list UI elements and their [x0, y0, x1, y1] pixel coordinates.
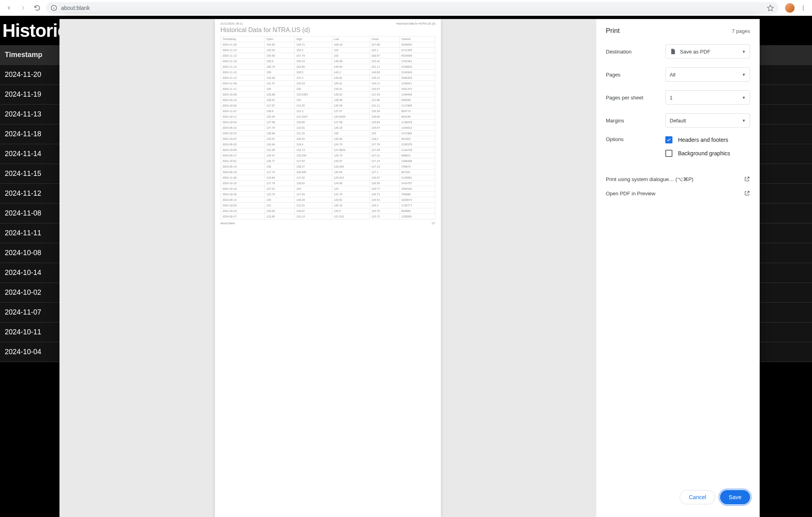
preview-row: 2024-10-10126.02128.07124.5125.75892866 [221, 208, 435, 214]
url-text: about:blank [61, 5, 90, 11]
preview-row: 2024-09-18127.74130.465126.69127.1867321 [221, 170, 435, 175]
preview-row: 2024-09-13125128.28124.81126.511020673 [221, 197, 435, 203]
print-dialog-title: Print [606, 27, 620, 35]
preview-row: 2024-11-14160.79162.05149.84151.11270802… [221, 64, 435, 70]
preview-row: 2024-10-14130.01133128.58131.86590390 [221, 97, 435, 103]
margins-label: Margins [606, 118, 665, 124]
destination-label: Destination [606, 49, 665, 55]
browser-menu-icon[interactable] [798, 5, 809, 11]
bookmark-star-icon[interactable] [767, 4, 774, 11]
preview-row: 2024-11-08131.37134.33129.41134.11122891… [221, 81, 435, 86]
cancel-button-label: Cancel [689, 494, 706, 500]
back-button[interactable] [3, 2, 14, 13]
options-label: Options [606, 136, 665, 142]
preview-row: 2024-10-15130.88131.251281291471882 [221, 131, 435, 136]
svg-point-4 [803, 7, 804, 8]
profile-avatar[interactable] [785, 3, 795, 13]
preview-title: Historical Data for NTRA.US (d) [220, 27, 435, 34]
preview-page: 21/11/2024, 09:11 Historical Data for NT… [215, 19, 441, 517]
site-info-icon[interactable] [51, 5, 57, 11]
margins-value: Default [670, 118, 686, 124]
preview-row: 2024-10-01126.77127.52124.07127.19136828… [221, 158, 435, 164]
preview-row: 2024-11-13155.56167.79152160.974524099 [221, 53, 435, 59]
browser-toolbar: about:blank [0, 0, 812, 16]
destination-dropdown[interactable]: Save as PDF ▼ [665, 44, 750, 59]
external-link-icon [744, 190, 750, 196]
background-graphics-checkbox[interactable] [665, 150, 672, 157]
pages-dropdown[interactable]: All ▼ [665, 67, 750, 82]
preview-header-title: Historical Data for NTRA.US (d) [396, 22, 435, 25]
preview-row: 2024-11-15150150.5143.2146.062242843 [221, 70, 435, 75]
preview-row: 2024-09-17129.47130.255125.73127.2190801… [221, 153, 435, 158]
preview-row: 2024-09-20126.49128.4124.79127.782190370 [221, 142, 435, 147]
open-pdf-preview-label: Open PDF in Preview [606, 191, 655, 196]
preview-table: TimestampOpenHighLowCloseVolume 2024-11-… [220, 36, 435, 219]
preview-row: 2024-10-30122.79127.49122.79126.73795088 [221, 192, 435, 197]
preview-header-cell: Close [370, 36, 399, 42]
preview-row: 2024-11-18150.6155.23148.58153.421761561 [221, 59, 435, 64]
pages-value: All [670, 72, 675, 78]
preview-row: 2024-10-03131131.01126.16126.31135777 [221, 203, 435, 208]
margins-dropdown[interactable]: Default ▼ [665, 113, 750, 128]
preview-row: 2024-10-04127.58130.85127.58129.84113822… [221, 120, 435, 125]
external-link-icon [744, 176, 750, 182]
chevron-down-icon: ▼ [742, 50, 746, 54]
pdf-file-icon [670, 48, 676, 55]
chevron-down-icon: ▼ [742, 118, 746, 123]
preview-footer-url: about:blank [220, 222, 235, 225]
headers-footers-label: Headers and footers [678, 137, 728, 143]
preview-header-cell: High [295, 36, 332, 42]
destination-value: Save as PDF [680, 49, 710, 55]
open-pdf-preview-link[interactable]: Open PDF in Preview [606, 186, 750, 200]
print-settings-pane: Print 7 pages Destination Save as PDF ▼ … [596, 19, 760, 517]
address-bar[interactable]: about:blank [46, 2, 779, 14]
preview-row: 2024-11-06124.84127.02123.615126.9711499… [221, 175, 435, 181]
preview-row: 2024-10-16127.51129123126.771094102 [221, 186, 435, 192]
page-count: 7 pages [732, 28, 750, 34]
preview-header-cell: Timestamp [221, 36, 265, 42]
preview-row: 2024-09-27123.85126.14121.915125.7213505… [221, 214, 435, 219]
reload-button[interactable] [32, 2, 43, 13]
print-preview-pane[interactable]: 21/11/2024, 09:11 Historical Data for NT… [59, 19, 596, 517]
preview-footer-page: 1/7 [431, 222, 435, 225]
preview-row: 2024-11-20163.83169.71160.18167.88203465… [221, 42, 435, 48]
system-dialog-link[interactable]: Print using system dialogue… (⌥⌘P) [606, 172, 750, 186]
preview-row: 2024-10-11125.94131.5427125.8425130.0696… [221, 114, 435, 120]
save-button-label: Save [729, 494, 741, 500]
forward-button[interactable] [17, 2, 29, 13]
preview-row: 2024-11-12133.46137.3133.01135.122496325 [221, 75, 435, 81]
preview-row: 2024-10-08128.88133.5393128.63131.931248… [221, 92, 435, 97]
preview-row: 2024-10-09131.05132.13127.0824127.481144… [221, 147, 435, 153]
pages-per-sheet-label: Pages per sheet [606, 95, 665, 101]
system-dialog-label: Print using system dialogue… (⌥⌘P) [606, 176, 693, 182]
save-button[interactable]: Save [720, 490, 750, 504]
background-graphics-label: Background graphics [678, 150, 730, 156]
preview-row: 2024-11-07128.6131.3127.57130.39850773 [221, 109, 435, 114]
preview-row: 2024-09-16127.79132.01126.18129.67134401… [221, 125, 435, 131]
headers-footers-checkbox[interactable] [665, 136, 672, 143]
chevron-down-icon: ▼ [742, 95, 746, 100]
preview-row: 2024-10-16127.79130.81124.96126.95141670… [221, 181, 435, 186]
pages-per-sheet-dropdown[interactable]: 1 ▼ [665, 90, 750, 105]
preview-header-cell: Open [265, 36, 295, 42]
preview-row: 2024-09-19130130.27126.835127.13755874 [221, 164, 435, 170]
preview-header-date: 21/11/2024, 09:11 [220, 22, 243, 25]
print-dialog: 21/11/2024, 09:11 Historical Data for NT… [59, 19, 760, 517]
preview-row: 2024-11-19153.42162.2152162.12111325 [221, 48, 435, 53]
cancel-button[interactable]: Cancel [680, 490, 715, 504]
preview-header-cell: Low [332, 36, 370, 42]
preview-header-cell: Volume [400, 36, 435, 42]
svg-point-3 [803, 6, 804, 6]
pages-per-sheet-value: 1 [670, 95, 672, 101]
preview-row: 2024-11-11135140133.41133.971841372 [221, 86, 435, 92]
preview-row: 2024-10-02127.07131.25126.59131.11111780… [221, 103, 435, 109]
pages-label: Pages [606, 72, 665, 78]
preview-row: 2024-10-07129.51130.45126.96128.2962363 [221, 136, 435, 142]
chevron-down-icon: ▼ [742, 72, 746, 77]
svg-point-5 [803, 9, 804, 10]
